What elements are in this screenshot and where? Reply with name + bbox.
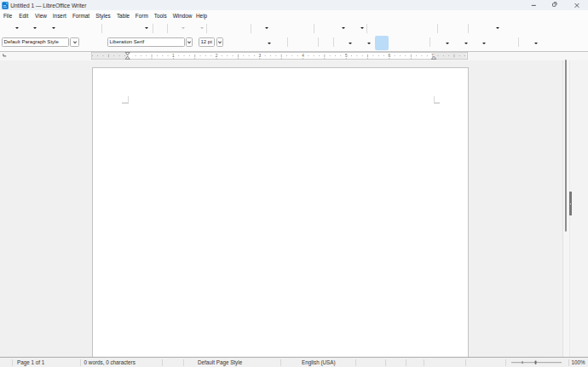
svg-text:1: 1: [172, 54, 175, 58]
svg-text:2: 2: [216, 54, 218, 58]
svg-text:5: 5: [345, 54, 348, 58]
svg-text:6: 6: [389, 54, 391, 58]
svg-text:3: 3: [258, 54, 261, 58]
svg-text:4: 4: [302, 54, 304, 58]
